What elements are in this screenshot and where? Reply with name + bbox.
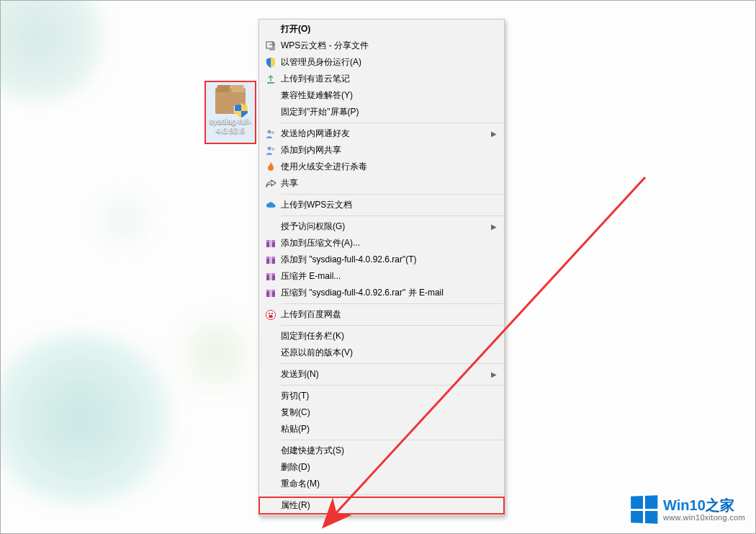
menu-item-label: 压缩到 "sysdiag-full-4.0.92.6.rar" 并 E-mail — [278, 287, 498, 299]
archive-icon — [264, 271, 278, 282]
svg-rect-1 — [267, 82, 274, 84]
menu-item-label: 属性(R) — [278, 499, 498, 512]
menu-separator — [281, 215, 503, 216]
menu-item-properties[interactable]: 属性(R) — [259, 497, 504, 514]
menu-item-label: 兼容性疑难解答(Y) — [278, 89, 498, 102]
menu-item-label: 添加到 "sysdiag-full-4.0.92.6.rar"(T) — [278, 254, 498, 266]
menu-item-paste[interactable]: 粘贴(P) — [259, 421, 504, 437]
menu-item-compress-email[interactable]: 压缩并 E-mail... — [259, 268, 504, 285]
watermark-url: www.win10xitong.com — [663, 513, 745, 522]
menu-separator — [281, 385, 503, 386]
menu-item-send-to[interactable]: 发送到(N)▶ — [259, 366, 504, 383]
menu-item-add-intranet[interactable]: 添加到内网共享 — [259, 142, 504, 159]
menu-item-copy[interactable]: 复制(C) — [259, 404, 504, 421]
menu-item-send-intranet[interactable]: 发送给内网通好友▶ — [259, 125, 504, 142]
menu-item-label: 上传到有道云笔记 — [278, 73, 498, 85]
windows-logo-icon — [631, 495, 657, 524]
svg-rect-14 — [269, 273, 272, 280]
svg-point-21 — [269, 315, 273, 318]
menu-separator — [281, 123, 503, 123]
file-label-line1: sysdiag-full- — [206, 117, 255, 126]
chevron-right-icon: ▶ — [491, 370, 498, 378]
menu-item-label: 固定到"开始"屏幕(P) — [278, 106, 498, 118]
upload-icon — [264, 74, 278, 85]
menu-item-label: 还原以前的版本(V) — [278, 347, 498, 359]
menu-item-open[interactable]: 打开(O) — [259, 21, 504, 37]
menu-separator — [281, 194, 503, 195]
decorative-blob — [0, 332, 188, 505]
share-arrow-icon — [264, 178, 278, 190]
archive-icon — [264, 288, 278, 299]
menu-item-upload-youdao[interactable]: 上传到有道云笔记 — [259, 71, 504, 87]
menu-item-label: 删除(D) — [278, 461, 498, 473]
menu-item-label: 授予访问权限(G) — [278, 221, 491, 233]
svg-point-5 — [271, 148, 274, 151]
menu-item-label: 使用火绒安全进行杀毒 — [278, 161, 498, 173]
menu-item-compress-named-email[interactable]: 压缩到 "sysdiag-full-4.0.92.6.rar" 并 E-mail — [259, 285, 504, 301]
menu-item-delete[interactable]: 删除(D) — [259, 459, 504, 476]
menu-item-grant-access[interactable]: 授予访问权限(G)▶ — [259, 218, 504, 235]
menu-item-wps-share[interactable]: WPS云文档 - 分享文件 — [259, 37, 504, 54]
menu-item-label: 打开(O) — [278, 23, 498, 35]
menu-item-upload-wps[interactable]: 上传到WPS云文档 — [259, 197, 504, 213]
file-label-line2: 4.0.92.6 — [206, 126, 255, 135]
package-icon — [215, 85, 246, 115]
context-menu: 打开(O)WPS云文档 - 分享文件以管理员身份运行(A)上传到有道云笔记兼容性… — [258, 19, 505, 516]
menu-item-create-shortcut[interactable]: 创建快捷方式(S) — [259, 442, 504, 459]
menu-item-label: 上传到WPS云文档 — [278, 199, 498, 211]
watermark-brand: Win10 — [663, 497, 706, 513]
menu-item-pin-taskbar[interactable]: 固定到任务栏(K) — [259, 328, 504, 344]
people-icon — [264, 145, 278, 156]
baidu-icon — [264, 309, 278, 321]
menu-item-huorong[interactable]: 使用火绒安全进行杀毒 — [259, 159, 504, 175]
menu-item-compat[interactable]: 兼容性疑难解答(Y) — [259, 87, 504, 104]
decorative-blob — [0, 0, 116, 102]
chevron-right-icon: ▶ — [491, 130, 498, 138]
menu-item-label: 发送给内网通好友 — [278, 128, 491, 140]
menu-item-label: 粘贴(P) — [278, 423, 498, 435]
uac-shield-icon — [234, 104, 248, 118]
menu-item-add-archive[interactable]: 添加到压缩文件(A)... — [259, 235, 504, 252]
menu-item-label: 创建快捷方式(S) — [278, 445, 498, 457]
svg-rect-17 — [269, 290, 272, 297]
cloud-icon — [264, 200, 278, 211]
menu-item-label: 添加到内网共享 — [278, 144, 498, 156]
menu-item-label: 复制(C) — [278, 406, 498, 419]
svg-rect-11 — [269, 257, 272, 264]
share-icon — [264, 40, 278, 52]
shield-icon — [264, 57, 278, 68]
svg-point-2 — [268, 130, 271, 133]
menu-separator — [281, 325, 503, 326]
menu-item-run-admin[interactable]: 以管理员身份运行(A) — [259, 54, 504, 71]
watermark-suffix: 之家 — [706, 497, 734, 513]
desktop-file-icon[interactable]: sysdiag-full- 4.0.92.6 — [204, 81, 256, 144]
menu-item-add-archive-named[interactable]: 添加到 "sysdiag-full-4.0.92.6.rar"(T) — [259, 252, 504, 268]
menu-item-pin-start[interactable]: 固定到"开始"屏幕(P) — [259, 104, 504, 120]
menu-item-label: 重命名(M) — [278, 478, 498, 490]
menu-item-label: WPS云文档 - 分享文件 — [278, 40, 498, 52]
svg-point-3 — [271, 131, 274, 134]
svg-rect-8 — [269, 240, 272, 247]
archive-icon — [264, 238, 278, 249]
decorative-blob — [87, 188, 159, 253]
decorative-blob — [166, 311, 267, 397]
chevron-right-icon: ▶ — [491, 223, 498, 231]
menu-item-rename[interactable]: 重命名(M) — [259, 476, 504, 492]
menu-item-label: 剪切(T) — [278, 390, 498, 402]
menu-item-label: 共享 — [278, 177, 498, 190]
menu-separator — [281, 440, 503, 440]
menu-item-cut[interactable]: 剪切(T) — [259, 388, 504, 404]
menu-item-upload-baidu[interactable]: 上传到百度网盘 — [259, 306, 504, 323]
svg-point-20 — [271, 312, 273, 313]
menu-item-label: 上传到百度网盘 — [278, 308, 498, 321]
menu-item-label: 压缩并 E-mail... — [278, 270, 498, 282]
flame-icon — [264, 161, 278, 173]
archive-icon — [264, 254, 278, 266]
menu-item-share[interactable]: 共享 — [259, 175, 504, 192]
menu-separator — [281, 303, 503, 304]
svg-point-4 — [268, 146, 271, 150]
menu-item-restore-prev[interactable]: 还原以前的版本(V) — [259, 344, 504, 361]
menu-separator — [281, 363, 503, 364]
menu-item-label: 发送到(N) — [278, 368, 491, 381]
people-icon — [264, 128, 278, 140]
